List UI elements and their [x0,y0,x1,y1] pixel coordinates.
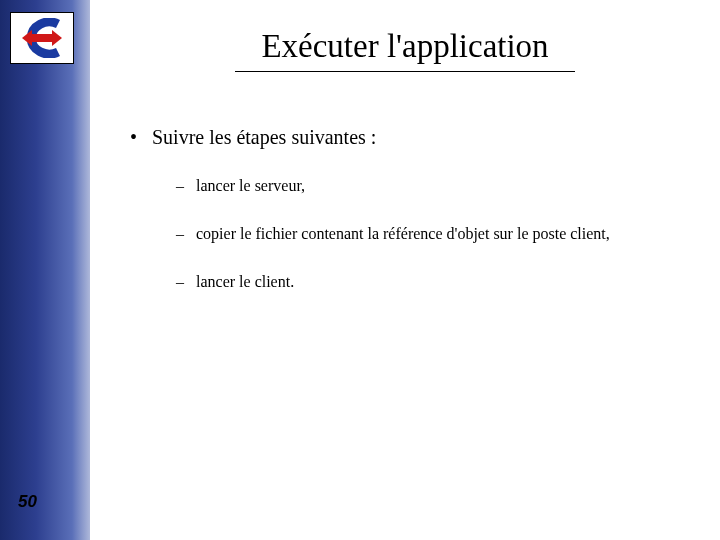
sub-bullet-item: lancer le client. [176,273,720,291]
page-number: 50 [18,492,37,512]
content-area: Exécuter l'application Suivre les étapes… [90,0,720,540]
sub-bullet-item: lancer le serveur, [176,177,720,195]
logo-icon [10,12,74,64]
bullet-list: Suivre les étapes suivantes : lancer le … [130,126,720,291]
slide-title: Exécuter l'application [90,28,720,65]
bullet-main: Suivre les étapes suivantes : [130,126,720,149]
sub-bullet-list: lancer le serveur, copier le fichier con… [176,177,720,291]
title-underline [235,71,575,72]
sub-bullet-item: copier le fichier contenant la référence… [176,225,720,243]
sidebar: 50 [0,0,90,540]
